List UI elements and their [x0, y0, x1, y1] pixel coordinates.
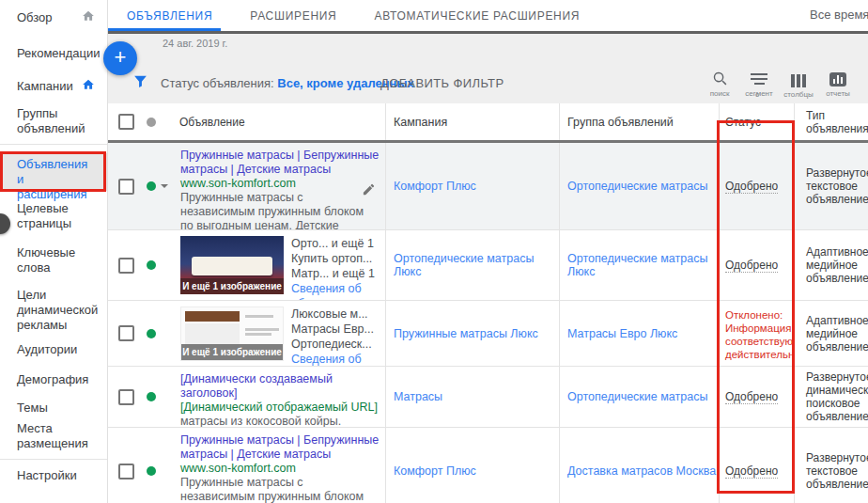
tab-ads[interactable]: ОБЪЯВЛЕНИЯ	[127, 9, 212, 23]
status-approved[interactable]: Одобрено	[725, 259, 778, 273]
status-approved[interactable]: Одобрено	[725, 464, 778, 479]
date-marker: 24 авг. 2019 г.	[163, 38, 227, 49]
search-tool[interactable]: поиск	[700, 71, 739, 99]
table-row: Пружинные матрасы | Бепружинные матрасы …	[108, 428, 868, 503]
row-checkbox[interactable]	[118, 258, 134, 274]
left-nav: Обзор Рекомендации Кампании Группы объяв…	[0, 0, 108, 503]
sidebar-item-audiences[interactable]: Аудитории	[0, 342, 107, 357]
sidebar-item-demographics[interactable]: Демография	[0, 372, 107, 387]
sidebar-item-topics[interactable]: Темы	[0, 401, 107, 416]
clipped-tool-label[interactable]: с	[755, 90, 759, 99]
campaign-link[interactable]: Комфорт Плюс	[394, 180, 476, 193]
sidebar-divider	[0, 144, 107, 145]
sidebar-item-landing-pages[interactable]: Целевые страницы	[0, 201, 107, 231]
ad-group-link[interactable]: Ортопедические матрасы	[567, 390, 707, 403]
segment-tool[interactable]: сегмент	[739, 71, 779, 99]
ad-display-url: www.son-komfort.com	[180, 177, 380, 191]
search-icon	[712, 71, 728, 86]
tool-label: отчеты	[826, 89, 850, 98]
sidebar-item-settings[interactable]: Настройки	[0, 468, 107, 483]
sidebar-divider	[0, 459, 107, 460]
ad-text-line: Люксовые м...	[291, 307, 380, 322]
row-checkbox[interactable]	[118, 325, 134, 341]
ad-description: Пружинные матрасы с независимым пружинны…	[180, 476, 380, 503]
ad-type-label: Адаптивное медийное объявление	[794, 301, 868, 366]
filter-label: Статус объявления:	[161, 76, 274, 90]
status-filter-dot-icon	[147, 118, 156, 127]
ad-image-thumbnail: И ещё 1 изображение	[180, 307, 284, 361]
ad-type-label: Адаптивное медийное объявление	[794, 230, 868, 300]
ad-group-link[interactable]: Матрасы Евро Люкс	[567, 327, 677, 340]
image-count-caption: И ещё 1 изображение	[181, 344, 283, 360]
row-checkbox[interactable]	[118, 179, 134, 195]
sidebar-item-keywords[interactable]: Ключевые слова	[0, 245, 107, 275]
row-checkbox[interactable]	[118, 389, 134, 405]
table-tools: поиск сегмент столбцы отчеты	[700, 71, 858, 99]
ad-display-url: [Динамический отображаемый URL]	[180, 401, 380, 415]
header-campaign[interactable]: Кампания	[385, 103, 559, 140]
columns-tool[interactable]: столбцы	[779, 71, 818, 99]
tab-automated-extensions[interactable]: АВТОМАТИЧЕСКИЕ РАСШИРЕНИЯ	[374, 9, 580, 23]
ad-text-line: Матрасы Евр...	[291, 322, 380, 337]
ad-headline-link[interactable]: Пружинные матрасы | Бепружинные матрасы …	[180, 149, 380, 177]
ad-status-filter-chip[interactable]: Статус объявления: Все, кроме удаленных	[161, 76, 414, 90]
ad-description: матрасы из кокосовой койры. Надежная под…	[180, 415, 380, 427]
ads-table: Объявление Кампания Группа объявлений Ст…	[108, 103, 868, 503]
ad-type-label: Развернутое динамическое поисковое объяв…	[794, 367, 868, 427]
ad-group-link[interactable]: Ортопедические матрасы	[567, 180, 707, 193]
asset-details-link[interactable]: Сведения об объекте	[291, 352, 380, 366]
edit-pencil-icon[interactable]	[362, 182, 376, 196]
enabled-dot-icon	[147, 260, 156, 270]
sidebar-item-recommendations[interactable]: Рекомендации	[0, 46, 107, 61]
campaign-link[interactable]: Пружинные матрасы Люкс	[394, 327, 538, 340]
main-panel: ОБЪЯВЛЕНИЯ РАСШИРЕНИЯ АВТОМАТИЧЕСКИЕ РАС…	[108, 0, 868, 503]
row-checkbox[interactable]	[118, 464, 134, 479]
header-ad[interactable]: Объявление	[179, 103, 385, 140]
tab-extensions[interactable]: РАСШИРЕНИЯ	[250, 9, 336, 23]
status-approved[interactable]: Одобрено	[725, 390, 778, 404]
campaign-link[interactable]: Матрасы	[394, 390, 442, 403]
date-range-selector[interactable]: Все время	[810, 8, 868, 22]
sidebar-item-ad-groups[interactable]: Группы объявлений	[0, 106, 107, 136]
toolbar-area: 24 авг. 2019 г. Статус объявления: Все, …	[108, 34, 868, 103]
header-ad-type[interactable]: Тип объявления	[794, 103, 868, 140]
columns-icon	[791, 71, 806, 87]
sidebar-item-dynamic-ad-targets[interactable]: Цели динамической рекламы	[0, 288, 107, 333]
home-filled-icon	[82, 78, 95, 91]
image-count-caption: И ещё 1 изображение	[180, 278, 284, 294]
google-ads-app: Обзор Рекомендации Кампании Группы объяв…	[0, 0, 868, 503]
table-row: И ещё 1 изображение Люксовые м... Матрас…	[108, 301, 868, 367]
status-disapproved[interactable]: Отклонено: Информация, не соответствующа…	[725, 308, 794, 361]
status-approved[interactable]: Одобрено	[725, 180, 778, 194]
header-ad-group[interactable]: Группа объявлений	[559, 103, 719, 140]
reports-tool[interactable]: отчеты	[818, 71, 858, 99]
ad-group-link[interactable]: Ортопедические матрасы Люкс	[567, 252, 719, 278]
enabled-dot-icon	[147, 329, 156, 338]
add-ad-fab-button[interactable]: +	[103, 41, 137, 75]
table-header-row: Объявление Кампания Группа объявлений Ст…	[108, 103, 868, 143]
ad-image-thumbnail: И ещё 1 изображение	[180, 236, 284, 294]
select-all-checkbox[interactable]	[118, 114, 134, 130]
ad-text-line: Матр... и ещё 1	[291, 266, 380, 281]
tab-bar: ОБЪЯВЛЕНИЯ РАСШИРЕНИЯ АВТОМАТИЧЕСКИЕ РАС…	[108, 0, 868, 31]
ad-group-link[interactable]: Доставка матрасов Москва	[567, 464, 716, 478]
mattress-layers-image	[185, 311, 240, 322]
campaign-link[interactable]: Комфорт Плюс	[394, 464, 476, 478]
sidebar-item-ads-extensions[interactable]: Объявления и расширения	[0, 153, 107, 191]
ad-type-label: Развернутое текстовое объявление	[794, 428, 868, 503]
ad-headline-link[interactable]: [Динамически создаваемый заголовок]	[180, 372, 380, 401]
table-row: И ещё 1 изображение Орто... и ещё 1 Купи…	[108, 230, 868, 301]
ad-display-url: www.son-komfort.com	[180, 462, 380, 476]
filter-icon[interactable]	[132, 73, 148, 89]
add-filter-button[interactable]: ДОБАВИТЬ ФИЛЬТР	[380, 76, 504, 90]
table-row: [Динамически создаваемый заголовок] [Дин…	[108, 367, 868, 428]
enabled-dot-icon	[147, 181, 156, 191]
chevron-down-icon[interactable]	[161, 184, 168, 188]
table-row: Пружинные матрасы | Бепружинные матрасы …	[108, 143, 868, 230]
ad-text-line: Орто... и ещё 1	[291, 236, 380, 251]
header-status[interactable]: Статус	[719, 103, 794, 140]
ad-headline-link[interactable]: Пружинные матрасы | Бепружинные матрасы …	[180, 433, 380, 462]
campaign-link[interactable]: Ортопедические матрасы Люкс	[394, 252, 559, 278]
asset-details-link[interactable]: Сведения об объекте	[291, 281, 380, 300]
sidebar-item-placements[interactable]: Места размещения	[0, 421, 107, 451]
